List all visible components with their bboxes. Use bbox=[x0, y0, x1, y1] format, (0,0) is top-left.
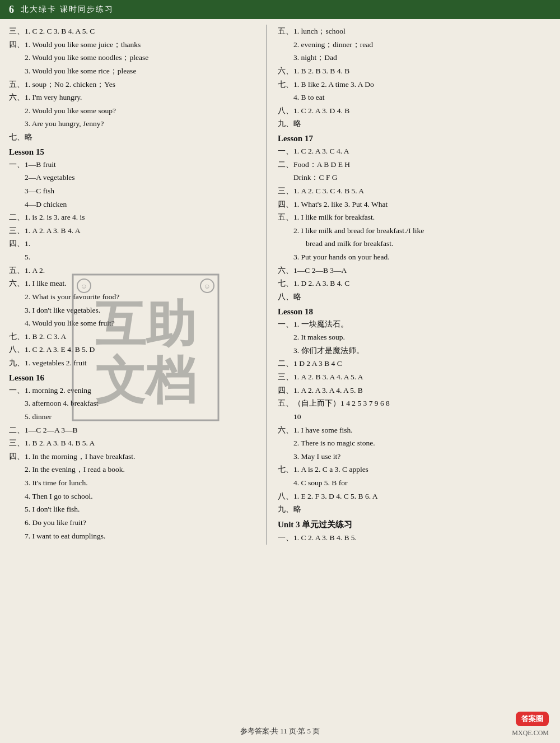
line-item: 八、略 bbox=[278, 290, 541, 304]
line-item: 四、1. In the morning，I have breakfast. bbox=[9, 450, 260, 463]
left-column: 三、1. C 2. C 3. B 4. A 5. C四、1. Would you… bbox=[9, 25, 267, 545]
line-item: bread and milk for breakfast. bbox=[278, 237, 541, 250]
line-item: 2. It makes soup. bbox=[278, 331, 541, 344]
line-item: 六、1—C 2—B 3—A bbox=[278, 264, 541, 277]
line-item: 三、1. A 2. B 3. A 4. A 5. A bbox=[278, 370, 541, 384]
line-item: 三、1. B 2. A 3. B 4. B 5. A bbox=[9, 436, 260, 450]
line-item: 一、1. 一块魔法石。 bbox=[278, 318, 541, 331]
right-content: 五、1. lunch；school2. evening；dinner；read3… bbox=[278, 25, 541, 545]
right-column: 五、1. lunch；school2. evening；dinner；read3… bbox=[267, 25, 541, 545]
line-item: 二、1—C 2—A 3—B bbox=[9, 424, 260, 437]
line-item: 3. night；Dad bbox=[278, 51, 541, 64]
line-item: 10 bbox=[278, 410, 541, 424]
line-item: 5. bbox=[9, 250, 260, 264]
line-item: 三、1. A 2. A 3. B 4. A bbox=[9, 224, 260, 238]
line-item: 四、1. Would you like some juice；thanks bbox=[9, 38, 260, 52]
line-item: 3. May I use it? bbox=[278, 450, 541, 463]
line-item: 六、1. I have some fish. bbox=[278, 424, 541, 437]
line-item: 5. dinner bbox=[9, 410, 260, 424]
line-item: 6. Do you like fruit? bbox=[9, 516, 260, 530]
line-item: 四、1. bbox=[9, 237, 260, 250]
page-number: 6 bbox=[9, 4, 14, 16]
line-item: 2. evening；dinner；read bbox=[278, 38, 541, 52]
mxqe-badge: MXQE.COM bbox=[512, 729, 549, 737]
line-item: 4—D chicken bbox=[9, 198, 260, 211]
main-content: 三、1. C 2. C 3. B 4. A 5. C四、1. Would you… bbox=[0, 19, 560, 573]
line-item: 八、1. E 2. F 3. D 4. C 5. B 6. A bbox=[278, 490, 541, 503]
line-item: 五、（自上而下）1 4 2 5 3 7 9 6 8 bbox=[278, 397, 541, 410]
line-item: 2. What is your favourite food? bbox=[9, 290, 260, 304]
line-item: 2. There is no magic stone. bbox=[278, 436, 541, 450]
line-item: 七、1. B 2. C 3. A bbox=[9, 330, 260, 343]
line-item: 3. 你们才是魔法师。 bbox=[278, 344, 541, 357]
line-item: 七、略 bbox=[9, 131, 260, 144]
line-item: 二、1. is 2. is 3. are 4. is bbox=[9, 211, 260, 224]
line-item: 3. afternoon 4. breakfast bbox=[9, 397, 260, 410]
line-item: 七、1. B like 2. A time 3. A Do bbox=[278, 78, 541, 91]
line-item: Lesson 18 bbox=[278, 307, 541, 317]
line-item: 七、1. A is 2. C a 3. C apples bbox=[278, 463, 541, 476]
header: 6 北大绿卡 课时同步练习 bbox=[0, 0, 560, 19]
line-item: 七、1. D 2. A 3. B 4. C bbox=[278, 277, 541, 290]
line-item: 2. Would you like some soup? bbox=[9, 104, 260, 118]
line-item: 四、1. What's 2. like 3. Put 4. What bbox=[278, 198, 541, 211]
book-title: 北大绿卡 课时同步练习 bbox=[21, 4, 114, 15]
line-item: 一、1—B fruit bbox=[9, 158, 260, 171]
line-item: 六、1. B 2. B 3. B 4. B bbox=[278, 64, 541, 78]
line-item: 4. Then I go to school. bbox=[9, 490, 260, 503]
line-item: Drink：C F G bbox=[278, 171, 541, 184]
line-item: 3. Would you like some rice；please bbox=[9, 64, 260, 78]
line-item: 八、1. C 2. A 3. D 4. B bbox=[278, 104, 541, 118]
line-item: 4. B to eat bbox=[278, 91, 541, 104]
line-item: Unit 3 单元过关练习 bbox=[278, 519, 541, 530]
line-item: Lesson 16 bbox=[9, 373, 260, 383]
line-item: 4. Would you like some fruit? bbox=[9, 317, 260, 330]
footer: 参考答案·共 11 页·第 5 页 bbox=[0, 726, 560, 736]
line-item: 六、1. I'm very hungry. bbox=[9, 91, 260, 104]
line-item: 2. Would you like some noodles；please bbox=[9, 51, 260, 64]
line-item: 2. I like milk and bread for breakfast./… bbox=[278, 224, 541, 238]
line-item: 五、1. soup；No 2. chicken；Yes bbox=[9, 78, 260, 91]
line-item: 五、1. I like milk for breakfast. bbox=[278, 211, 541, 224]
line-item: 一、1. C 2. A 3. C 4. A bbox=[278, 145, 541, 158]
left-content: 三、1. C 2. C 3. B 4. A 5. C四、1. Would you… bbox=[9, 25, 260, 542]
line-item: 7. I want to eat dumplings. bbox=[9, 530, 260, 543]
line-item: Lesson 15 bbox=[9, 147, 260, 157]
answer-badge: 答案圈 bbox=[516, 712, 549, 726]
line-item: 三、1. A 2. C 3. C 4. B 5. A bbox=[278, 184, 541, 198]
line-item: 五、1. lunch；school bbox=[278, 25, 541, 38]
line-item: 八、1. C 2. A 3. E 4. B 5. D bbox=[9, 343, 260, 356]
line-item: 3. It's time for lunch. bbox=[9, 476, 260, 490]
line-item: 一、1. C 2. A 3. B 4. B 5. bbox=[278, 531, 541, 545]
line-item: 一、1. morning 2. evening bbox=[9, 384, 260, 397]
line-item: 九、略 bbox=[278, 503, 541, 516]
line-item: 3—C fish bbox=[9, 184, 260, 198]
line-item: 3. I don't like vegetables. bbox=[9, 304, 260, 317]
line-item: 二、1 D 2 A 3 B 4 C bbox=[278, 357, 541, 370]
line-item: 五、1. A 2. bbox=[9, 264, 260, 277]
line-item: 四、1. A 2. A 3. A 4. A 5. B bbox=[278, 384, 541, 397]
line-item: 5. I don't like fish. bbox=[9, 503, 260, 516]
line-item: 2. In the evening，I read a book. bbox=[9, 463, 260, 476]
line-item: 4. C soup 5. B for bbox=[278, 476, 541, 490]
line-item: 九、1. vegetables 2. fruit bbox=[9, 356, 260, 370]
footer-text: 参考答案·共 11 页·第 5 页 bbox=[240, 727, 320, 735]
line-item: 2—A vegetables bbox=[9, 171, 260, 184]
line-item: Lesson 17 bbox=[278, 134, 541, 143]
line-item: 九、略 bbox=[278, 117, 541, 131]
line-item: 二、Food：A B D E H bbox=[278, 158, 541, 171]
line-item: 三、1. C 2. C 3. B 4. A 5. C bbox=[9, 25, 260, 38]
line-item: 六、1. I like meat. bbox=[9, 277, 260, 290]
line-item: 3. Put your hands on your head. bbox=[278, 250, 541, 264]
page: 6 北大绿卡 课时同步练习 互助 文档 ☺ ☺ 三、1. C 2. C 3. B… bbox=[0, 0, 560, 743]
line-item: 3. Are you hungry, Jenny? bbox=[9, 117, 260, 131]
